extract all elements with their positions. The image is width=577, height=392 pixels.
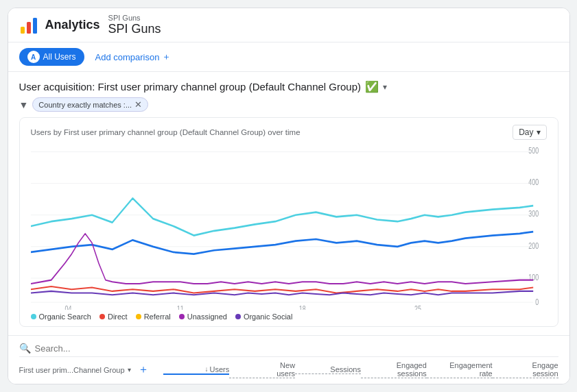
table-col-first[interactable]: First user prim...Channel Group ▾ ＋ (19, 363, 164, 377)
col-sessions-label: Sessions (330, 365, 361, 373)
filter-icon: ▼ (19, 99, 29, 110)
title-dropdown-icon[interactable]: ▾ (383, 82, 387, 92)
legend-label-unassigned: Unassigned (187, 313, 227, 321)
add-comparison-button[interactable]: Add comparison ＋ (90, 48, 177, 66)
table-header: First user prim...Channel Group ▾ ＋ ↓ Us… (19, 357, 558, 380)
filter-chip-label: Country exactly matches :... (38, 101, 132, 109)
add-column-button[interactable]: ＋ (134, 363, 153, 377)
header: Analytics SPI Guns SPI Guns (8, 8, 569, 42)
chart-subtitle: Users by First user primary channel grou… (31, 128, 301, 136)
header-title: SPI Guns (108, 22, 161, 36)
legend-dot-unassigned (179, 314, 185, 319)
chart-legend: Organic Search Direct Referral Unassigne… (31, 310, 547, 322)
svg-rect-2 (33, 18, 37, 34)
legend-dot-organic-search (31, 314, 36, 319)
chart-area: 500 400 300 200 100 0 04 Aug 1 (31, 143, 547, 310)
legend-dot-organic-social (235, 314, 241, 319)
col-new-users-label: Newusers (276, 361, 295, 378)
table-col-engagement-rate[interactable]: Engagementrate (427, 361, 493, 378)
filter-bar: ▼ Country exactly matches :... ✕ (19, 97, 558, 112)
col-users-label: Users (210, 365, 230, 373)
legend-label-organic-search: Organic Search (39, 313, 91, 321)
day-selector-button[interactable]: Day ▾ (513, 125, 546, 140)
svg-rect-0 (21, 27, 25, 34)
legend-direct[interactable]: Direct (99, 313, 128, 321)
legend-organic-social[interactable]: Organic Social (235, 313, 293, 321)
header-spi-sublabel: SPI Guns (108, 14, 161, 22)
section-title-text: User acquisition: First user primary cha… (19, 81, 362, 93)
legend-label-referral: Referral (144, 313, 171, 321)
table-col-sessions[interactable]: Sessions (295, 365, 361, 374)
svg-rect-1 (27, 22, 31, 34)
pill-avatar: A (27, 51, 40, 63)
bottom-section: 🔍 First user prim...Channel Group ▾ ＋ ↓ … (8, 335, 569, 384)
filter-chip: Country exactly matches :... ✕ (32, 97, 148, 112)
svg-text:25: 25 (414, 304, 421, 310)
table-col-engaged-sessions[interactable]: Engagedsessions (361, 361, 427, 378)
legend-label-organic-social: Organic Social (244, 313, 293, 321)
search-icon: 🔍 (19, 343, 31, 354)
segment-bar: A All Users Add comparison ＋ (8, 42, 569, 72)
legend-referral[interactable]: Referral (136, 313, 171, 321)
svg-text:04: 04 (64, 304, 71, 310)
table-col-new-users[interactable]: Newusers (229, 361, 295, 378)
col-first-dropdown-icon[interactable]: ▾ (128, 366, 131, 373)
svg-text:200: 200 (528, 241, 539, 250)
legend-label-direct: Direct (108, 313, 128, 321)
add-comparison-label: Add comparison (95, 52, 160, 62)
svg-text:0: 0 (535, 297, 539, 307)
legend-unassigned[interactable]: Unassigned (179, 313, 227, 321)
day-label: Day (519, 127, 533, 137)
svg-text:18: 18 (298, 304, 305, 310)
day-dropdown-icon: ▾ (537, 127, 541, 137)
col-engage-session-label: Engagesession (532, 361, 558, 378)
add-icon: ＋ (162, 51, 171, 63)
search-bar: 🔍 (19, 340, 558, 357)
chart-card: Users by First user primary channel grou… (19, 117, 558, 327)
pill-label: All Users (43, 52, 76, 62)
legend-dot-referral (136, 314, 141, 319)
section-title-row: User acquisition: First user primary cha… (19, 80, 558, 93)
legend-organic-search[interactable]: Organic Search (31, 313, 91, 321)
col-engaged-sessions-label: Engagedsessions (397, 361, 427, 378)
all-users-pill[interactable]: A All Users (19, 48, 84, 66)
table-col-engage-session[interactable]: Engagesession (493, 361, 558, 378)
svg-text:400: 400 (528, 177, 539, 187)
col-first-label: First user prim...Channel Group (19, 366, 125, 374)
content-area: User acquisition: First user primary cha… (8, 72, 569, 335)
line-chart-svg: 500 400 300 200 100 0 04 Aug 1 (31, 143, 547, 310)
analytics-logo-icon (19, 16, 38, 35)
col-engagement-rate-label: Engagementrate (449, 361, 492, 378)
search-input[interactable] (35, 343, 558, 354)
svg-text:11: 11 (176, 304, 183, 310)
svg-text:500: 500 (528, 146, 539, 156)
table-col-users[interactable]: ↓ Users (163, 365, 229, 375)
header-text: SPI Guns SPI Guns (108, 14, 161, 36)
verified-icon: ✅ (365, 80, 379, 93)
analytics-label: Analytics (45, 18, 100, 32)
filter-chip-close-icon[interactable]: ✕ (134, 99, 142, 110)
svg-text:300: 300 (528, 209, 539, 219)
legend-dot-direct (99, 314, 105, 319)
chart-header: Users by First user primary channel grou… (31, 125, 547, 140)
